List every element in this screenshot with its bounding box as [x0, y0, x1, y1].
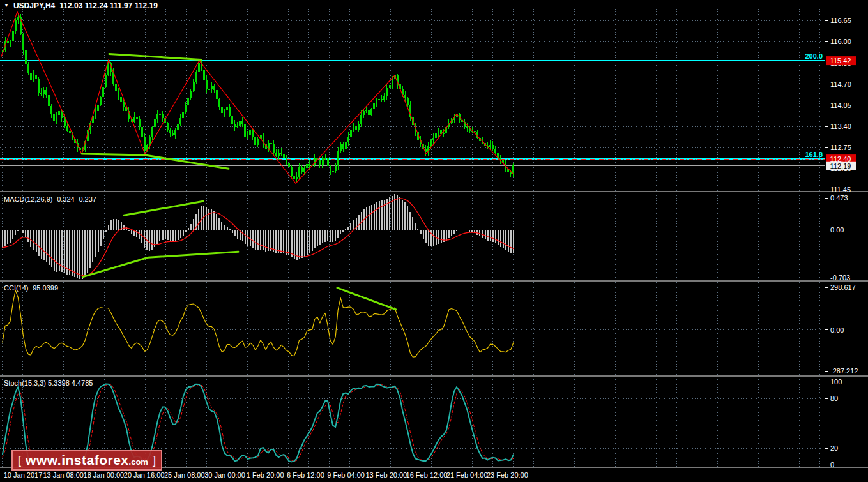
svg-text:161.8: 161.8 [805, 151, 823, 158]
svg-text:100: 100 [830, 378, 842, 386]
svg-text:16 Feb 12:00: 16 Feb 12:00 [406, 471, 448, 479]
svg-text:-0.703: -0.703 [830, 274, 850, 282]
watermark-bracket-open: [ [18, 453, 21, 467]
svg-text:23 Feb 20:00: 23 Feb 20:00 [487, 471, 528, 479]
svg-text:298.617: 298.617 [830, 283, 856, 291]
svg-text:80: 80 [830, 395, 838, 402]
svg-text:25 Jan 08:00: 25 Jan 08:00 [164, 471, 205, 479]
svg-text:112.19: 112.19 [830, 162, 851, 170]
svg-text:20 Jan 16:00: 20 Jan 16:00 [124, 471, 165, 479]
svg-text:1 Feb 20:00: 1 Feb 20:00 [247, 471, 284, 479]
svg-text:0.473: 0.473 [830, 194, 848, 202]
stoch-indicator-label: Stoch(15,3,3) 5.3398 4.4785 [4, 379, 93, 387]
svg-text:18 Jan 00:00: 18 Jan 00:00 [84, 471, 125, 479]
svg-text:6 Feb 12:00: 6 Feb 12:00 [287, 471, 324, 479]
watermark-bracket-close: ] [153, 453, 156, 467]
chart-canvas[interactable]: 116.65116.00115.35114.70114.05113.40112.… [0, 0, 868, 482]
svg-text:10 Jan 2017: 10 Jan 2017 [4, 471, 43, 479]
svg-text:113.40: 113.40 [830, 123, 851, 130]
stoch-values: 5.3398 4.4785 [48, 379, 93, 387]
symbol-period-label: USDJPY,H4 [13, 2, 55, 10]
svg-text:9 Feb 04:00: 9 Feb 04:00 [327, 471, 365, 479]
svg-text:13 Feb 20:00: 13 Feb 20:00 [365, 471, 407, 479]
ohlc-readout: 112.03 112.24 111.97 112.19 [59, 2, 158, 10]
collapse-indicator-icon[interactable]: ▼ [4, 2, 9, 10]
svg-text:0: 0 [830, 461, 834, 469]
svg-text:114.05: 114.05 [830, 102, 851, 109]
svg-text:116.00: 116.00 [830, 38, 851, 45]
svg-text:30 Jan 00:00: 30 Jan 00:00 [204, 471, 245, 479]
svg-text:111.45: 111.45 [830, 186, 851, 193]
svg-text:112.75: 112.75 [830, 144, 851, 151]
macd-name: MACD(12,26,9) [4, 195, 52, 203]
svg-text:0.00: 0.00 [830, 326, 844, 334]
svg-text:114.70: 114.70 [830, 80, 851, 88]
watermark-site-text: www.instaforex [26, 453, 128, 468]
svg-text:20: 20 [830, 444, 838, 452]
cci-values: -95.0399 [31, 284, 58, 292]
watermark-tld-text: .com [129, 457, 148, 467]
svg-text:200.0: 200.0 [805, 52, 823, 60]
instaforex-watermark: [ www.instaforex.com ] [11, 450, 162, 471]
macd-indicator-label: MACD(12,26,9) -0.324 -0.237 [4, 195, 96, 203]
cci-name: CCI(14) [4, 284, 29, 292]
trading-terminal-chart: 116.65116.00115.35114.70114.05113.40112.… [0, 0, 868, 482]
chart-title: ▼ USDJPY,H4 112.03 112.24 111.97 112.19 [4, 2, 158, 10]
svg-text:13 Jan 08:00: 13 Jan 08:00 [43, 471, 84, 479]
macd-values: -0.324 -0.237 [54, 195, 96, 203]
svg-text:0.00: 0.00 [830, 226, 844, 234]
svg-text:115.42: 115.42 [830, 57, 851, 64]
svg-text:116.65: 116.65 [830, 17, 851, 24]
cci-indicator-label: CCI(14) -95.0399 [4, 284, 58, 292]
stoch-name: Stoch(15,3,3) [4, 379, 46, 387]
svg-text:21 Feb 04:00: 21 Feb 04:00 [446, 471, 488, 479]
time-axis: 10 Jan 201713 Jan 08:0018 Jan 00:0020 Ja… [4, 471, 528, 479]
svg-text:-287.212: -287.212 [830, 367, 858, 375]
